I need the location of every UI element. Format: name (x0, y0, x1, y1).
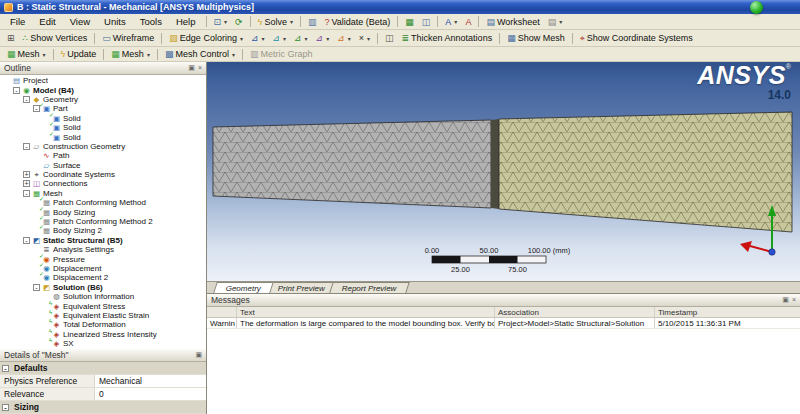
tree-item-part[interactable]: -▣✓Part (0, 104, 206, 113)
tree-item-displacement[interactable]: ◉✓Displacement (0, 264, 206, 273)
tree-item-solid[interactable]: ▣✓Solid (0, 114, 206, 123)
menu-tools[interactable]: Tools (133, 15, 169, 28)
edge-option-blue-button[interactable]: ⊿▾ (247, 32, 269, 45)
tree-item-path[interactable]: ∿Path (0, 151, 206, 160)
collapse-icon[interactable]: - (23, 96, 30, 103)
menu-edit[interactable]: Edit (32, 15, 62, 28)
new-figure-button[interactable]: ▦ (401, 15, 418, 28)
details-property-value[interactable]: Mechanical (95, 375, 206, 387)
message-row[interactable]: WarninThe deformation is large compared … (207, 318, 800, 329)
messages-column-header[interactable] (207, 307, 237, 317)
tree-item-surface[interactable]: ▱Surface (0, 161, 206, 170)
tree-item-solid[interactable]: ▣✓Solid (0, 123, 206, 132)
z-axis-dot[interactable] (769, 249, 775, 255)
collapse-icon[interactable]: - (23, 143, 30, 150)
details-property-value[interactable]: 0 (95, 388, 206, 400)
tree-item-coordinate-systems[interactable]: +⌖Coordinate Systems (0, 170, 206, 179)
tree-item-body-sizing[interactable]: ▦✓Body Sizing (0, 207, 206, 216)
update-button[interactable]: ϟUpdate (57, 48, 101, 61)
image-capture-button[interactable]: ◫ (418, 15, 435, 28)
edge-option-green-button[interactable]: ⊿▾ (290, 32, 312, 45)
meshed-body-left[interactable] (213, 120, 491, 208)
pin-icon[interactable]: ▣ (782, 296, 789, 304)
tree-item-patch-conforming-method-2[interactable]: ▦✓Patch Conforming Method 2 (0, 217, 206, 226)
mesh-menu-button[interactable]: ▦Mesh▾ (107, 48, 154, 61)
tree-item-project[interactable]: ▤Project (0, 76, 206, 85)
expand-icon[interactable]: + (23, 171, 30, 178)
expand-icon[interactable]: + (23, 180, 30, 187)
wireframe-button[interactable]: ▭Wireframe (98, 32, 158, 45)
refresh-button[interactable]: ⟳ (231, 15, 247, 28)
tree-item-pressure[interactable]: ◉✓Pressure (0, 254, 206, 263)
tree-item-equivalent-stress[interactable]: ◈ϟEquivalent Stress (0, 301, 206, 310)
tree-item-model-b4[interactable]: -◉Model (B4) (0, 85, 206, 94)
messages-column-header[interactable]: Association (495, 307, 655, 317)
tree-item-total-deformation[interactable]: ◈ϟTotal Deformation (0, 320, 206, 329)
tab-report-preview[interactable]: Report Preview (329, 282, 409, 293)
edge-option-cyan-button[interactable]: ⊿▾ (268, 32, 290, 45)
menu-units[interactable]: Units (97, 15, 133, 28)
collapse-icon[interactable]: - (23, 237, 30, 244)
close-icon[interactable]: × (198, 64, 202, 72)
label-a-button[interactable]: A (461, 15, 475, 28)
tree-item-patch-conforming-method[interactable]: ▦✓Patch Conforming Method (0, 198, 206, 207)
tree-item-body-sizing-2[interactable]: ▦✓Body Sizing 2 (0, 226, 206, 235)
edge-option-orange-button[interactable]: ⊿▾ (333, 32, 355, 45)
window-title: B : Static Structural - Mechanical [ANSY… (17, 2, 254, 12)
tree-item-solid[interactable]: ▣✓Solid (0, 132, 206, 141)
show-mesh-button[interactable]: ▦Show Mesh (503, 32, 569, 45)
validate-button[interactable]: ?Validate (Beta) (320, 15, 394, 28)
close-icon[interactable]: × (792, 296, 796, 304)
show-vertices-button[interactable]: ∴Show Vertices (19, 32, 92, 45)
meshed-body-right[interactable] (499, 112, 792, 232)
tab-geometry[interactable]: Geometry (213, 282, 274, 293)
tree-item-geometry[interactable]: -◆Geometry (0, 95, 206, 104)
tags-button[interactable]: ▤▾ (544, 15, 567, 28)
thicken-annotations-button[interactable]: ≣Thicken Annotations (398, 32, 497, 45)
tree-item-construction-geometry[interactable]: -▱Construction Geometry (0, 142, 206, 151)
mesh-control-icon: ▩ (165, 49, 174, 59)
show-coordinate-systems-button[interactable]: ⌖Show Coordinate Systems (576, 32, 697, 45)
pin-icon[interactable]: ▣ (188, 64, 195, 72)
edge-option-reset-button[interactable]: ×▾ (355, 32, 374, 45)
collapse-icon[interactable]: - (2, 404, 9, 411)
tree-item-connections[interactable]: +◫Connections (0, 179, 206, 188)
tree-item-displacement-2[interactable]: ◉✓Displacement 2 (0, 273, 206, 282)
annotation-a-button[interactable]: A▾ (441, 15, 461, 28)
tree-item-mesh[interactable]: -▦Mesh (0, 189, 206, 198)
titlebar[interactable]: B : Static Structural - Mechanical [ANSY… (0, 0, 800, 14)
collapse-icon[interactable]: - (2, 365, 9, 372)
collapse-icon[interactable]: - (13, 87, 20, 94)
mesh-refined-junction-band[interactable] (491, 119, 499, 209)
green-status-indicator[interactable] (750, 1, 763, 14)
object-generator-button[interactable]: ⊡▾ (210, 15, 232, 28)
mesh-control-button[interactable]: ▩Mesh Control▾ (161, 48, 239, 61)
menu-view[interactable]: View (63, 15, 97, 28)
tree-item-static-structural-b5[interactable]: -◩Static Structural (B5) (0, 236, 206, 245)
graphics-viewport[interactable]: 0.00 50.00 100.00 (mm) 25.00 75.00 (207, 62, 800, 281)
tree-item-sx[interactable]: ◈ϟSX (0, 339, 206, 348)
details-section-sizing[interactable]: -Sizing (0, 401, 206, 414)
solve-button[interactable]: ϟSolve▾ (254, 15, 297, 28)
tree-item-solution-information[interactable]: ◍Solution Information (0, 292, 206, 301)
tree-item-solution-b6[interactable]: -◩Solution (B6) (0, 283, 206, 292)
collapse-icon[interactable]: - (33, 284, 40, 291)
edge-option-purple-button[interactable]: ⊿▾ (312, 32, 334, 45)
mesh-context-button[interactable]: ▦Mesh▾ (3, 48, 50, 61)
collapse-icon[interactable]: - (23, 190, 30, 197)
select-mode-button[interactable]: ⊞ (3, 32, 19, 45)
worksheet-button[interactable]: ▤Worksheet (482, 15, 543, 28)
details-section-defaults[interactable]: -Defaults (0, 362, 206, 375)
tree-item-equivalent-elastic-strain[interactable]: ◈ϟEquivalent Elastic Strain (0, 311, 206, 320)
edge-coloring-button[interactable]: ▨Edge Coloring▾ (165, 32, 247, 45)
menu-file[interactable]: File (3, 15, 32, 28)
menu-help[interactable]: Help (169, 15, 203, 28)
messages-column-header[interactable]: Text (237, 307, 495, 317)
messages-column-header[interactable]: Timestamp (655, 307, 800, 317)
pin-icon[interactable]: ▣ (195, 351, 202, 359)
ruler-button[interactable]: ◫ (381, 32, 398, 45)
tree-item-linearized-stress-intensity[interactable]: ◈ϟLinearized Stress Intensity (0, 330, 206, 339)
tab-print-preview[interactable]: Print Preview (265, 282, 338, 293)
analysis-data-button[interactable]: ▥ (304, 15, 321, 28)
tree-item-analysis-settings[interactable]: ≣Analysis Settings (0, 245, 206, 254)
